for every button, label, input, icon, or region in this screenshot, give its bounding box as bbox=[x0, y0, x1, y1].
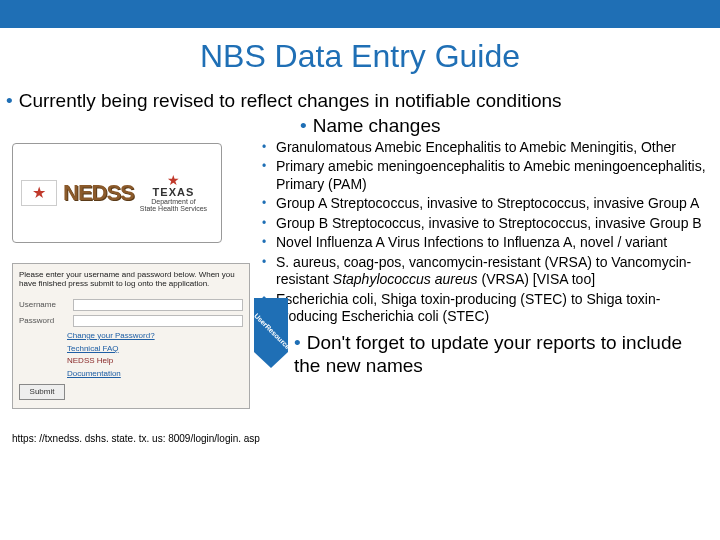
closing-text: Don't forget to update your reports to i… bbox=[294, 332, 682, 376]
texas-flag-icon: ★ bbox=[21, 180, 57, 206]
name-changes-list: Granulomatous Amebic Encephalitis to Ame… bbox=[260, 139, 710, 326]
username-label: Username bbox=[19, 300, 67, 309]
help-link[interactable]: NEDSS Help bbox=[67, 356, 243, 365]
docs-link[interactable]: Documentation bbox=[67, 369, 243, 378]
list-item: Escherichia coli, Shiga toxin-producing … bbox=[260, 291, 710, 326]
change-password-link[interactable]: Change your Password? bbox=[67, 331, 243, 340]
password-label: Password bbox=[19, 316, 67, 325]
nedss-wordmark: NEDSS bbox=[63, 180, 134, 206]
faq-link[interactable]: Technical FAQ bbox=[67, 344, 243, 353]
user-resources-pennant: UserResources bbox=[254, 298, 288, 368]
bullet-level1: •Currently being revised to reflect chan… bbox=[6, 89, 714, 113]
login-screenshot: Please enter your username and password … bbox=[12, 263, 250, 409]
nedss-logo: ★ NEDSS ★ TEXAS Department of State Heal… bbox=[12, 143, 222, 243]
list-item: Group B Streptococcus, invasive to Strep… bbox=[260, 215, 710, 233]
password-field[interactable] bbox=[73, 315, 243, 327]
top-bar bbox=[0, 0, 720, 28]
url-text: https: //txnedss. dshs. state. tx. us: 8… bbox=[12, 433, 254, 444]
submit-button[interactable]: Submit bbox=[19, 384, 65, 400]
list-item: Group A Streptococcus, invasive to Strep… bbox=[260, 195, 710, 213]
texas-dshs-block: ★ TEXAS Department of State Health Servi… bbox=[140, 173, 207, 212]
list-item: S. aureus, coag-pos, vancomycin-resistan… bbox=[260, 254, 710, 289]
level1-text: Currently being revised to reflect chang… bbox=[19, 90, 562, 111]
bullet-level2: •Name changes bbox=[0, 115, 720, 137]
level2-text: Name changes bbox=[313, 115, 441, 136]
login-prompt: Please enter your username and password … bbox=[19, 270, 243, 289]
username-field[interactable] bbox=[73, 299, 243, 311]
list-item: Novel Influenza A Virus Infections to In… bbox=[260, 234, 710, 252]
list-item: Granulomatous Amebic Encephalitis to Ame… bbox=[260, 139, 710, 157]
closing-bullet: •Don't forget to update your reports to … bbox=[288, 332, 710, 378]
slide-title: NBS Data Entry Guide bbox=[0, 38, 720, 75]
list-item: Primary amebic meningoencephalitis to Am… bbox=[260, 158, 710, 193]
